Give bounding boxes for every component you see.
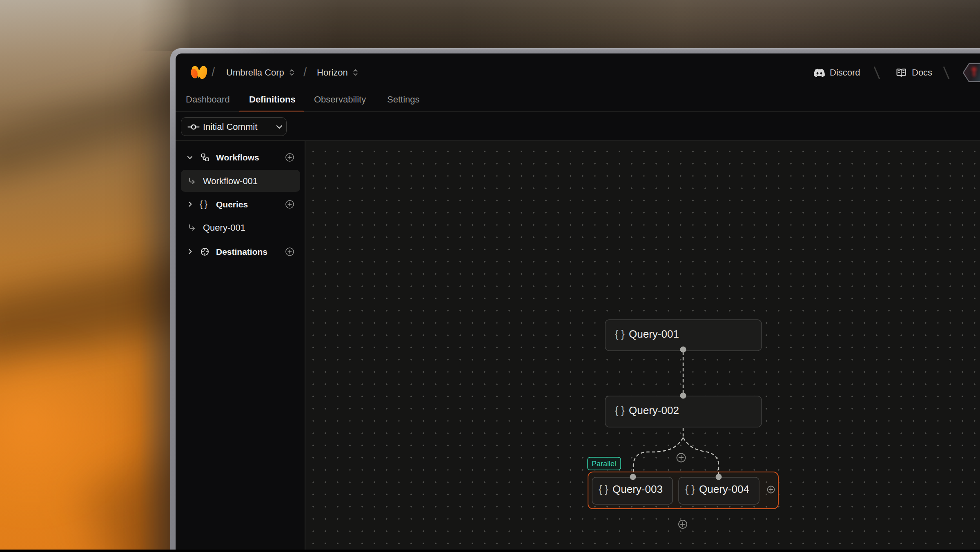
svg-text:{ }: { } <box>685 483 695 495</box>
svg-text:Query-002: Query-002 <box>629 404 679 416</box>
svg-text:Query-001: Query-001 <box>629 328 679 340</box>
svg-text:{ }: { } <box>599 483 608 495</box>
svg-text:Query-004: Query-004 <box>699 483 749 495</box>
svg-text:{ }: { } <box>615 328 625 340</box>
svg-text:Query-003: Query-003 <box>612 483 663 495</box>
svg-text:Parallel: Parallel <box>592 460 616 468</box>
svg-text:{ }: { } <box>615 405 625 416</box>
